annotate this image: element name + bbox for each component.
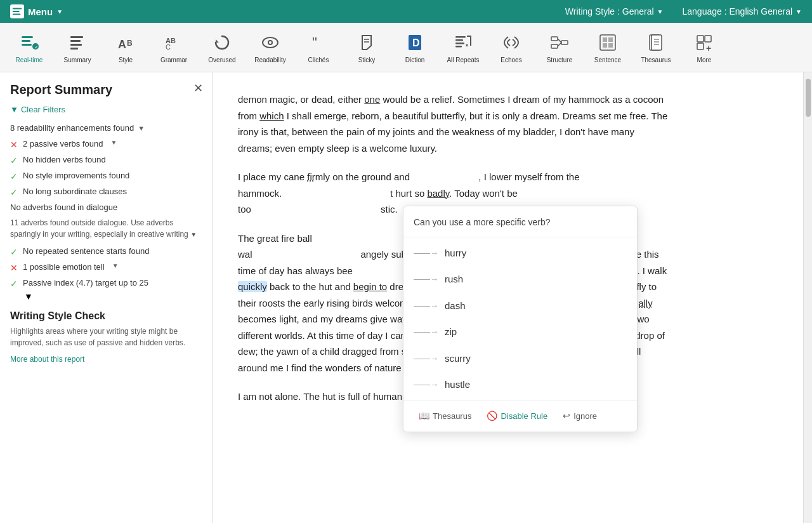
check-style-improvements: ✓ No style improvements found bbox=[10, 171, 202, 182]
svg-text:B: B bbox=[127, 39, 133, 48]
svg-text:✓: ✓ bbox=[34, 44, 39, 50]
svg-line-33 bbox=[558, 39, 561, 43]
arrow-icon-1: ——→ bbox=[414, 272, 438, 286]
suggestion-zip[interactable]: ——→ zip bbox=[403, 319, 637, 345]
summary-icon bbox=[66, 31, 89, 54]
ignore-button[interactable]: ↩ Ignore bbox=[558, 406, 602, 427]
toolbar-more[interactable]: + More bbox=[681, 26, 727, 69]
suggestion-rush[interactable]: ——→ rush bbox=[403, 266, 637, 293]
word-which: which bbox=[259, 110, 284, 121]
svg-rect-37 bbox=[608, 37, 613, 42]
svg-text:+: + bbox=[706, 43, 711, 52]
svg-rect-39 bbox=[608, 43, 613, 48]
toolbar-thesaurus[interactable]: Thesaurus bbox=[633, 26, 679, 69]
menu-caret[interactable]: ▼ bbox=[56, 8, 63, 15]
word-walls: l bbox=[250, 249, 252, 260]
word-firmly: fir bbox=[307, 171, 315, 182]
toolbar-readability[interactable]: Readability bbox=[247, 26, 293, 69]
toolbar-cliches[interactable]: " Clichés bbox=[296, 26, 341, 69]
logo bbox=[10, 4, 24, 18]
svg-rect-4 bbox=[22, 40, 30, 42]
toolbar-sentence[interactable]: Sentence bbox=[585, 26, 631, 69]
scroll-thumb[interactable] bbox=[806, 79, 811, 117]
fail-icon: ✕ bbox=[10, 140, 18, 150]
toolbar-grammar[interactable]: ABC Grammar bbox=[151, 26, 197, 69]
toolbar-summary[interactable]: Summary bbox=[55, 26, 100, 69]
word-one: one bbox=[364, 94, 380, 105]
svg-rect-11 bbox=[70, 48, 78, 50]
structure-label: Structure bbox=[547, 56, 573, 63]
thesaurus-btn-icon: 📖 bbox=[419, 409, 429, 424]
sidebar: Report Summary ✕ ▼ Clear Filters 8 reada… bbox=[0, 72, 213, 523]
grammar-icon: ABC bbox=[162, 31, 185, 54]
echoes-icon bbox=[500, 31, 523, 54]
readability-caret: ▼ bbox=[138, 124, 145, 132]
writing-style-dropdown[interactable]: Writing Style : General ▼ bbox=[565, 6, 664, 17]
adverbs-caret[interactable]: ▼ bbox=[190, 231, 197, 238]
allrepeats-label: All Repeats bbox=[447, 56, 479, 63]
svg-rect-5 bbox=[22, 44, 32, 46]
echoes-label: Echoes bbox=[501, 56, 521, 63]
svg-rect-36 bbox=[603, 37, 607, 42]
svg-line-34 bbox=[558, 43, 561, 46]
clear-filters-link[interactable]: ▼ Clear Filters bbox=[10, 105, 202, 114]
menu-label[interactable]: Menu bbox=[28, 6, 53, 17]
word-been: e bbox=[348, 265, 353, 276]
toolbar-overused[interactable]: Overused bbox=[199, 26, 245, 69]
writing-style-caret: ▼ bbox=[657, 8, 664, 15]
check-passive-index: ✓ Passive index (4.7) target up to 25 bbox=[10, 278, 202, 289]
more-link[interactable]: More about this report bbox=[10, 355, 84, 364]
sentence-icon bbox=[596, 31, 619, 54]
svg-rect-38 bbox=[603, 43, 607, 48]
editor-paragraph-0: demon magic, or dead, either one would b… bbox=[238, 91, 669, 156]
svg-rect-8 bbox=[70, 36, 83, 38]
toolbar-echoes[interactable]: Echoes bbox=[488, 26, 534, 69]
toolbar-diction[interactable]: D Diction bbox=[392, 26, 438, 69]
suggestion-scurry[interactable]: ——→ scurry bbox=[403, 345, 637, 372]
suggestion-hustle[interactable]: ——→ hustle bbox=[403, 371, 637, 398]
thesaurus-label: Thesaurus bbox=[641, 56, 671, 63]
svg-rect-25 bbox=[455, 36, 466, 38]
sentence-label: Sentence bbox=[594, 56, 621, 63]
arrow-icon-4: ——→ bbox=[414, 352, 438, 366]
toolbar-realtime[interactable]: ✓ Real-time bbox=[6, 26, 52, 69]
more-icon: + bbox=[693, 31, 716, 54]
svg-text:D: D bbox=[412, 37, 420, 48]
pass-icon-5: ✓ bbox=[10, 279, 18, 289]
toolbar-style[interactable]: AB Style bbox=[103, 26, 148, 69]
check-subordinate-clauses: ✓ No long subordinate clauses bbox=[10, 187, 202, 197]
emotion-caret[interactable]: ▼ bbox=[112, 262, 119, 269]
thesaurus-button[interactable]: 📖 Thesaurus bbox=[414, 406, 476, 427]
svg-rect-35 bbox=[600, 35, 615, 50]
svg-marker-16 bbox=[216, 39, 219, 43]
svg-rect-0 bbox=[13, 8, 22, 10]
toolbar-sticky[interactable]: Sticky bbox=[344, 26, 390, 69]
svg-rect-31 bbox=[551, 44, 558, 48]
check-passive-verbs: ✕ 2 passive verbs found ▼ bbox=[10, 139, 202, 150]
suggestion-hurry[interactable]: ——→ hurry bbox=[403, 240, 637, 267]
check-emotion-tell: ✕ 1 possible emotion tell ▼ bbox=[10, 262, 202, 273]
cliches-icon: " bbox=[307, 31, 330, 54]
pass-icon-2: ✓ bbox=[10, 171, 18, 182]
svg-rect-9 bbox=[70, 40, 81, 42]
toolbar-allrepeats[interactable]: All Repeats bbox=[440, 26, 486, 69]
pass-icon-1: ✓ bbox=[10, 156, 18, 166]
editor-area[interactable]: demon magic, or dead, either one would b… bbox=[213, 72, 803, 523]
pass-icon-3: ✓ bbox=[10, 187, 18, 197]
scrollbar[interactable] bbox=[803, 72, 812, 523]
sticky-label: Sticky bbox=[358, 56, 376, 63]
readability-section: 8 readability enhancements found ▼ ✕ 2 p… bbox=[10, 123, 202, 301]
adverbs-outside-text: 11 adverbs found outside dialogue. Use a… bbox=[10, 217, 202, 240]
cliches-label: Clichés bbox=[308, 56, 329, 63]
nav-left: Menu ▼ bbox=[10, 4, 63, 18]
passive-index-caret[interactable]: ▼ bbox=[24, 291, 33, 301]
suggestion-dash[interactable]: ——→ dash bbox=[403, 293, 637, 319]
disable-rule-button[interactable]: 🚫 Disable Rule bbox=[481, 406, 553, 427]
svg-rect-41 bbox=[652, 35, 662, 50]
language-dropdown[interactable]: Language : English General ▼ bbox=[683, 6, 802, 17]
toolbar-structure[interactable]: Structure bbox=[537, 26, 582, 69]
passive-caret[interactable]: ▼ bbox=[110, 139, 117, 146]
close-button[interactable]: ✕ bbox=[193, 81, 203, 95]
style-label: Style bbox=[119, 56, 133, 63]
arrow-icon-0: ——→ bbox=[414, 246, 438, 260]
